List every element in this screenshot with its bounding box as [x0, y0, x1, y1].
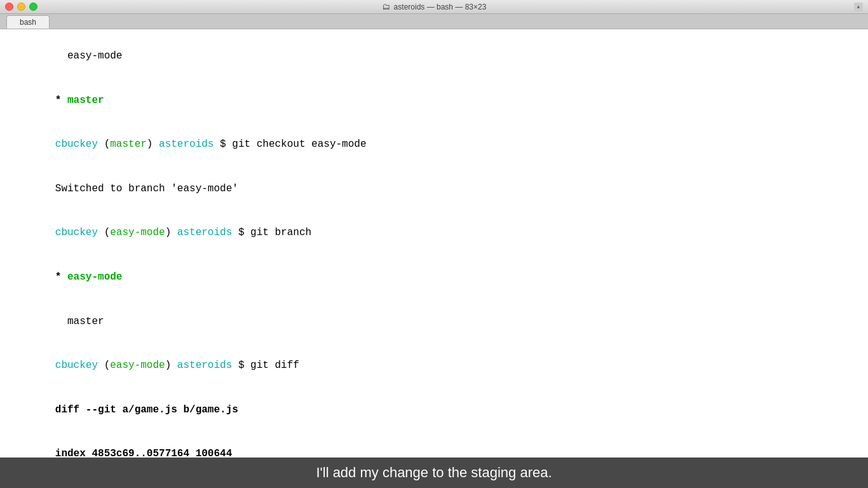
terminal-line-9: diff --git a/game.js b/game.js — [6, 388, 862, 433]
terminal-window: 🗂 asteroids — bash — 83×23 ▲ bash easy-m… — [0, 0, 868, 488]
subtitle-text: I'll add my change to the staging area. — [316, 464, 552, 481]
maximize-button[interactable] — [29, 3, 37, 11]
prompt-user: cbuckey — [55, 139, 98, 150]
bash-tab[interactable]: bash — [6, 15, 50, 29]
terminal-line-6: * easy-mode — [6, 255, 862, 300]
title-bar: 🗂 asteroids — bash — 83×23 ▲ — [0, 0, 868, 14]
line-text: * — [55, 95, 67, 106]
minimize-button[interactable] — [17, 3, 25, 11]
window-title-text: asteroids — bash — 83×23 — [394, 3, 487, 11]
terminal-content: easy-mode * master cbuckey (master) aste… — [0, 29, 868, 488]
line-text: easy-mode — [55, 50, 123, 62]
terminal-line-7: master — [6, 299, 862, 344]
subtitle-bar: I'll add my change to the staging area. — [0, 458, 868, 488]
terminal-line-1: easy-mode — [6, 34, 862, 79]
scroll-indicator: ▲ — [854, 3, 863, 11]
terminal-line-2: * master — [6, 79, 862, 123]
terminal-line-3: cbuckey (master) asteroids $ git checkou… — [6, 123, 862, 167]
prompt-branch: master — [110, 139, 147, 150]
traffic-lights — [5, 3, 37, 11]
close-button[interactable] — [5, 3, 13, 11]
window-wrapper: 🗂 asteroids — bash — 83×23 ▲ bash easy-m… — [0, 0, 868, 488]
window-title: 🗂 asteroids — bash — 83×23 — [382, 2, 487, 11]
tab-bar: bash — [0, 14, 868, 29]
terminal-line-4: Switched to branch 'easy-mode' — [6, 167, 862, 212]
terminal-line-8: cbuckey (easy-mode) asteroids $ git diff — [6, 344, 862, 388]
terminal-line-5: cbuckey (easy-mode) asteroids $ git bran… — [6, 211, 862, 255]
window-title-icon: 🗂 — [382, 2, 390, 11]
prompt-dir: asteroids — [159, 139, 214, 150]
line-text: master — [67, 95, 104, 106]
